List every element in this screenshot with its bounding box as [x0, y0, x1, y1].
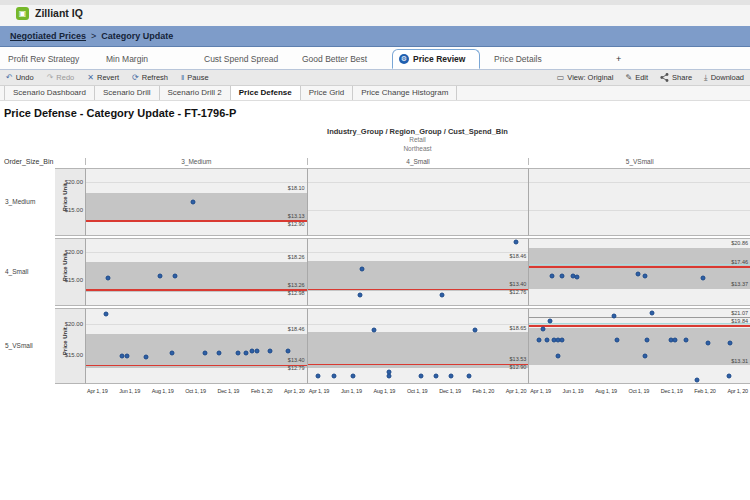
data-point[interactable] — [612, 314, 617, 319]
data-point[interactable] — [727, 374, 732, 379]
data-point[interactable] — [124, 353, 129, 358]
pause-button[interactable]: ‖Pause — [181, 73, 209, 82]
tab-good-better-best[interactable]: Good Better Best — [294, 49, 392, 69]
share-button[interactable]: Share — [660, 73, 692, 82]
subtab-scenario-drill-2[interactable]: Scenario Drill 2 — [160, 86, 231, 100]
panel-3_medium-3_medium[interactable]: $13.13$12.90$18.10 — [85, 168, 307, 236]
data-point[interactable] — [157, 274, 162, 279]
panel-5_vsmall-3_medium[interactable]: $13.40$12.79$18.46 — [85, 308, 307, 384]
data-point[interactable] — [560, 274, 565, 279]
subtab-scenario-dashboard[interactable]: Scenario Dashboard — [4, 86, 95, 100]
panel-4_small-4_small[interactable]: $13.40$12.76$18.46 — [307, 238, 529, 306]
subtab-price-change-histogram[interactable]: Price Change Histogram — [353, 86, 457, 100]
data-point[interactable] — [644, 338, 649, 343]
data-point[interactable] — [449, 373, 454, 378]
data-point[interactable] — [514, 239, 519, 244]
toolbar-label: Revert — [97, 73, 119, 82]
data-point[interactable] — [143, 354, 148, 359]
tab-price-review-active[interactable]: ⚙Price Review — [392, 49, 480, 69]
edit-button[interactable]: ✎Edit — [625, 73, 648, 82]
tab-price-details[interactable]: Price Details — [486, 49, 584, 69]
redo-button[interactable]: ↷Redo — [47, 73, 75, 82]
toolbar-label: Download — [711, 73, 744, 82]
subtab-price-defense[interactable]: Price Defense — [231, 86, 301, 100]
refresh-button[interactable]: ⟳Refresh — [132, 73, 168, 82]
x-tick-label: Aug 1, 19 — [373, 388, 395, 397]
data-point[interactable] — [244, 350, 249, 355]
data-point[interactable] — [649, 310, 654, 315]
data-point[interactable] — [190, 199, 195, 204]
data-point[interactable] — [173, 274, 178, 279]
panel-5_vsmall-5_vsmall[interactable]: $21.07$19.84$13.31 — [528, 308, 750, 384]
data-point[interactable] — [705, 341, 710, 346]
x-tick-label: Aug 1, 19 — [595, 388, 617, 397]
breadcrumb: Negotiated Prices > Category Update — [0, 26, 750, 47]
data-point[interactable] — [728, 341, 733, 346]
data-point[interactable] — [575, 275, 580, 280]
data-point[interactable] — [359, 266, 364, 271]
subtab-price-grid[interactable]: Price Grid — [301, 86, 354, 100]
data-point[interactable] — [544, 338, 549, 343]
toolbar-right: ▭View: Original✎EditShare⤓Download — [545, 73, 744, 83]
panel-3_medium-4_small[interactable] — [307, 168, 529, 236]
zilliant-logo-icon: ▣ — [16, 7, 29, 20]
data-point[interactable] — [556, 354, 561, 359]
band-top-label: $18.10 — [288, 186, 305, 192]
data-point[interactable] — [683, 338, 688, 343]
data-point[interactable] — [254, 348, 259, 353]
floor-price-label: $13.40 — [510, 282, 527, 288]
data-point[interactable] — [695, 378, 700, 383]
y-axis-3_medium: Price Unit$20.00$15.00 — [55, 168, 85, 236]
data-point[interactable] — [701, 276, 706, 281]
data-point[interactable] — [643, 354, 648, 359]
data-point[interactable] — [386, 370, 391, 375]
data-point[interactable] — [315, 373, 320, 378]
panel-3_medium-5_vsmall[interactable] — [528, 168, 750, 236]
data-point[interactable] — [536, 338, 541, 343]
data-point[interactable] — [217, 350, 222, 355]
data-point[interactable] — [434, 373, 439, 378]
revert-button[interactable]: ✕Revert — [87, 73, 119, 82]
add-tab-button[interactable]: + — [612, 49, 625, 69]
data-point[interactable] — [371, 328, 376, 333]
breadcrumb-link-negotiated-prices[interactable]: Negotiated Prices — [10, 31, 86, 41]
data-point[interactable] — [419, 373, 424, 378]
data-point[interactable] — [235, 350, 240, 355]
data-point[interactable] — [104, 312, 109, 317]
subtab-strip: Scenario DashboardScenario DrillScenario… — [0, 86, 750, 101]
data-point[interactable] — [473, 328, 478, 333]
data-point[interactable] — [202, 350, 207, 355]
download-button[interactable]: ⤓Download — [704, 73, 744, 83]
data-point[interactable] — [643, 274, 648, 279]
data-point[interactable] — [636, 272, 641, 277]
data-point[interactable] — [615, 338, 620, 343]
data-point[interactable] — [467, 373, 472, 378]
data-point[interactable] — [560, 338, 565, 343]
data-point[interactable] — [673, 338, 678, 343]
panel-4_small-3_medium[interactable]: $13.26$12.98$18.26 — [85, 238, 307, 306]
tab-cust-spend-spread[interactable]: Cust Spend Spread — [196, 49, 294, 69]
data-point[interactable] — [440, 293, 445, 298]
data-point[interactable] — [286, 348, 291, 353]
data-point[interactable] — [106, 276, 111, 281]
panel-4_small-5_vsmall[interactable]: $17.46$20.86$13.37 — [528, 238, 750, 306]
data-point[interactable] — [331, 373, 336, 378]
x-axis-col-4_small: Apr 1, 19Jun 1, 19Aug 1, 19Oct 1, 19Dec … — [307, 386, 529, 397]
data-point[interactable] — [540, 326, 545, 331]
data-point[interactable] — [350, 373, 355, 378]
undo-button[interactable]: ↶Undo — [6, 73, 34, 82]
x-tick-label: Apr 1, 19 — [530, 388, 551, 397]
tab-profit-rev-strategy[interactable]: Profit Rev Strategy — [0, 49, 98, 69]
tab-min-margin[interactable]: Min Margin — [98, 49, 196, 69]
subtab-scenario-drill[interactable]: Scenario Drill — [95, 86, 160, 100]
data-point[interactable] — [550, 274, 555, 279]
gridline — [529, 210, 750, 211]
data-point[interactable] — [170, 350, 175, 355]
band-top-label: $18.26 — [288, 255, 305, 261]
toolbar-label: Redo — [56, 73, 74, 82]
data-point[interactable] — [268, 348, 273, 353]
data-point[interactable] — [548, 318, 553, 323]
view-original-button[interactable]: ▭View: Original — [557, 73, 614, 82]
panel-5_vsmall-4_small[interactable]: $13.53$12.90$18.65 — [307, 308, 529, 384]
data-point[interactable] — [357, 293, 362, 298]
